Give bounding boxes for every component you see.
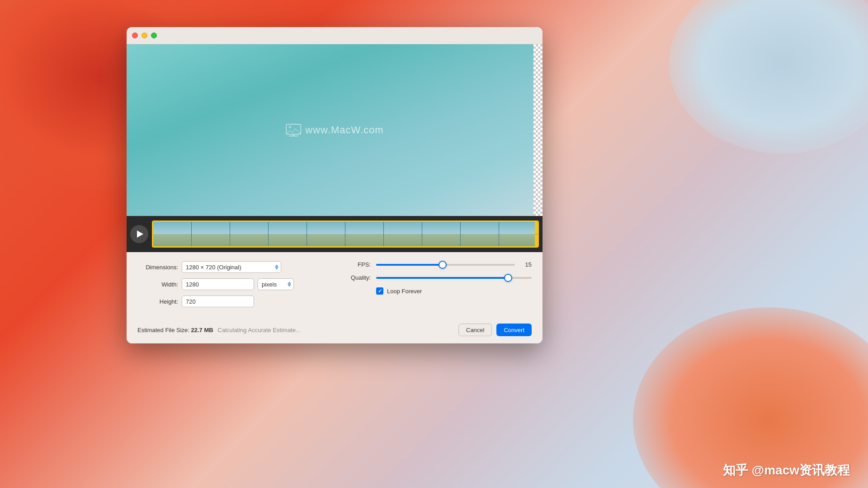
svg-rect-0	[286, 124, 301, 134]
fps-row: FPS: 15	[344, 261, 532, 268]
fps-slider-thumb[interactable]	[439, 261, 447, 269]
minimize-button[interactable]	[142, 33, 147, 38]
convert-button[interactable]: Convert	[496, 324, 532, 336]
fps-slider-fill	[376, 264, 443, 266]
quality-slider[interactable]	[376, 277, 532, 279]
preview-area: www.MacW.com	[127, 44, 542, 216]
quality-slider-fill	[376, 277, 508, 279]
unit-select-wrapper	[258, 278, 294, 290]
timeline-bar: ⋮	[127, 216, 542, 252]
timeline-right-handle[interactable]: ⋮	[535, 222, 538, 246]
right-controls: FPS: 15 Quality:	[344, 261, 532, 313]
fps-slider[interactable]	[376, 264, 515, 266]
close-button[interactable]	[132, 33, 138, 38]
left-controls: Dimensions: Width:	[137, 261, 326, 313]
width-label: Width:	[137, 281, 178, 288]
maximize-button[interactable]	[151, 33, 157, 38]
file-size-value: 22.7 MB	[191, 327, 213, 333]
file-size-label: Estimated File Size: 22.7 MB	[137, 327, 215, 333]
loop-forever-label: Loop Forever	[387, 288, 422, 295]
bottom-bar: Estimated File Size: 22.7 MB Calculating…	[127, 320, 542, 343]
calculating-text: Calculating Accurate Estimate...	[217, 327, 301, 333]
controls-grid: Dimensions: Width:	[137, 261, 532, 313]
quality-slider-thumb[interactable]	[504, 274, 512, 282]
play-button[interactable]	[130, 225, 148, 243]
dimensions-label: Dimensions:	[137, 264, 178, 271]
watermark: www.MacW.com	[285, 123, 383, 137]
quality-label: Quality:	[344, 274, 371, 281]
file-size-static-label: Estimated File Size:	[137, 327, 189, 333]
height-row: Height:	[137, 296, 326, 307]
fps-value: 15	[520, 261, 532, 268]
watermark-text: www.MacW.com	[305, 124, 383, 136]
frame-5	[307, 222, 345, 246]
frame-6	[345, 222, 384, 246]
frame-3	[230, 222, 269, 246]
bg-blob-bottom-right	[633, 307, 868, 488]
cancel-button[interactable]: Cancel	[458, 324, 492, 336]
file-size-container: Estimated File Size: 22.7 MB Calculating…	[137, 326, 301, 334]
loop-forever-checkbox[interactable]: ✓	[376, 287, 383, 295]
unit-input[interactable]	[258, 278, 294, 290]
height-label: Height:	[137, 298, 178, 305]
titlebar	[127, 27, 542, 44]
play-icon	[137, 230, 143, 238]
action-buttons: Cancel Convert	[458, 324, 532, 336]
width-row: Width:	[137, 278, 326, 290]
quality-row: Quality:	[344, 274, 532, 281]
preview-canvas: www.MacW.com	[127, 44, 542, 216]
controls-area: Dimensions: Width:	[127, 252, 542, 320]
frame-9	[461, 222, 499, 246]
app-window: www.MacW.com ⋮	[127, 27, 542, 343]
frame-8	[422, 222, 461, 246]
watermark-icon	[285, 123, 302, 137]
frame-2	[192, 222, 230, 246]
dimensions-input[interactable]	[182, 261, 281, 273]
checkmark-icon: ✓	[378, 288, 382, 294]
zhihu-watermark: 知乎 @macw资讯教程	[723, 462, 850, 479]
fps-label: FPS:	[344, 261, 371, 268]
frame-10	[499, 222, 538, 246]
transparency-indicator	[533, 44, 542, 216]
width-input[interactable]	[182, 278, 254, 290]
right-handle-grip: ⋮	[534, 232, 538, 236]
timeline-track[interactable]: ⋮	[152, 221, 539, 248]
timeline-frames	[153, 222, 538, 246]
frame-7	[384, 222, 422, 246]
svg-point-1	[288, 126, 291, 128]
frame-1	[153, 222, 192, 246]
dimensions-select-wrapper	[182, 261, 281, 273]
height-input[interactable]	[182, 296, 254, 307]
frame-4	[269, 222, 307, 246]
loop-forever-row: ✓ Loop Forever	[344, 287, 532, 295]
dimensions-row: Dimensions:	[137, 261, 326, 273]
bg-blob-top-right	[669, 0, 868, 154]
